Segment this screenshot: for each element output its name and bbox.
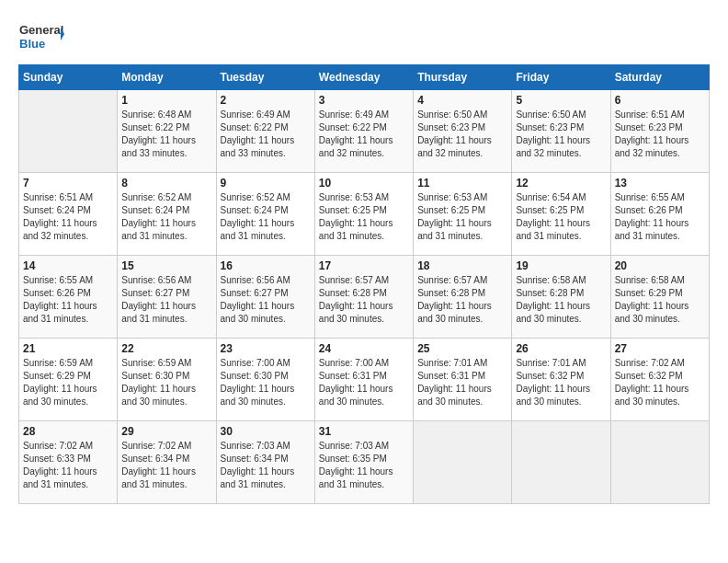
day-info: Sunrise: 6:49 AMSunset: 6:22 PMDaylight:… xyxy=(221,109,311,160)
day-info: Sunrise: 6:50 AMSunset: 6:23 PMDaylight:… xyxy=(417,109,507,160)
calendar-cell: 8Sunrise: 6:52 AMSunset: 6:24 PMDaylight… xyxy=(118,173,216,256)
day-number: 27 xyxy=(615,342,705,355)
calendar-cell: 17Sunrise: 6:57 AMSunset: 6:28 PMDayligh… xyxy=(314,256,413,339)
day-number: 4 xyxy=(417,94,507,107)
calendar-table: SundayMondayTuesdayWednesdayThursdayFrid… xyxy=(18,64,710,504)
calendar-cell: 16Sunrise: 6:56 AMSunset: 6:27 PMDayligh… xyxy=(216,256,314,339)
logo: General Blue xyxy=(18,18,64,55)
calendar-cell: 14Sunrise: 6:55 AMSunset: 6:26 PMDayligh… xyxy=(19,256,118,339)
calendar-cell: 25Sunrise: 7:01 AMSunset: 6:31 PMDayligh… xyxy=(414,339,512,421)
day-number: 6 xyxy=(615,94,705,107)
day-info: Sunrise: 6:52 AMSunset: 6:24 PMDaylight:… xyxy=(121,191,211,243)
calendar-cell: 13Sunrise: 6:55 AMSunset: 6:26 PMDayligh… xyxy=(610,173,709,256)
day-number: 30 xyxy=(221,425,311,438)
calendar-cell: 22Sunrise: 6:59 AMSunset: 6:30 PMDayligh… xyxy=(118,339,216,421)
day-info: Sunrise: 6:48 AMSunset: 6:22 PMDaylight:… xyxy=(121,109,211,160)
day-info: Sunrise: 7:03 AMSunset: 6:34 PMDaylight:… xyxy=(221,440,311,491)
calendar-cell: 28Sunrise: 7:02 AMSunset: 6:33 PMDayligh… xyxy=(19,421,118,504)
calendar-cell: 5Sunrise: 6:50 AMSunset: 6:23 PMDaylight… xyxy=(512,90,610,173)
day-info: Sunrise: 6:58 AMSunset: 6:29 PMDaylight:… xyxy=(615,274,705,326)
calendar-cell: 11Sunrise: 6:53 AMSunset: 6:25 PMDayligh… xyxy=(414,173,512,256)
day-number: 7 xyxy=(23,177,113,190)
calendar-cell xyxy=(19,90,118,173)
day-info: Sunrise: 6:51 AMSunset: 6:23 PMDaylight:… xyxy=(615,109,705,160)
calendar-cell: 30Sunrise: 7:03 AMSunset: 6:34 PMDayligh… xyxy=(216,421,314,504)
calendar-cell: 3Sunrise: 6:49 AMSunset: 6:22 PMDaylight… xyxy=(314,90,413,173)
day-number: 12 xyxy=(516,177,606,190)
calendar-cell xyxy=(610,421,709,504)
week-row-5: 28Sunrise: 7:02 AMSunset: 6:33 PMDayligh… xyxy=(19,421,710,504)
day-number: 31 xyxy=(319,425,409,438)
calendar-cell: 20Sunrise: 6:58 AMSunset: 6:29 PMDayligh… xyxy=(610,256,709,339)
day-number: 28 xyxy=(23,425,113,438)
day-info: Sunrise: 7:02 AMSunset: 6:32 PMDaylight:… xyxy=(615,357,705,408)
col-header-friday: Friday xyxy=(512,65,610,90)
calendar-cell: 24Sunrise: 7:00 AMSunset: 6:31 PMDayligh… xyxy=(314,339,413,421)
calendar-cell: 7Sunrise: 6:51 AMSunset: 6:24 PMDaylight… xyxy=(19,173,118,256)
day-info: Sunrise: 6:56 AMSunset: 6:27 PMDaylight:… xyxy=(221,274,311,326)
day-number: 18 xyxy=(417,259,507,272)
logo-svg: General Blue xyxy=(18,18,64,55)
day-info: Sunrise: 6:51 AMSunset: 6:24 PMDaylight:… xyxy=(23,191,113,243)
calendar-cell: 10Sunrise: 6:53 AMSunset: 6:25 PMDayligh… xyxy=(314,173,413,256)
svg-text:General: General xyxy=(19,23,63,37)
calendar-cell: 27Sunrise: 7:02 AMSunset: 6:32 PMDayligh… xyxy=(610,339,709,421)
calendar-cell: 2Sunrise: 6:49 AMSunset: 6:22 PMDaylight… xyxy=(216,90,314,173)
week-row-1: 1Sunrise: 6:48 AMSunset: 6:22 PMDaylight… xyxy=(19,90,710,173)
day-info: Sunrise: 6:50 AMSunset: 6:23 PMDaylight:… xyxy=(516,109,606,160)
day-info: Sunrise: 7:00 AMSunset: 6:31 PMDaylight:… xyxy=(319,357,409,408)
calendar-header-row: SundayMondayTuesdayWednesdayThursdayFrid… xyxy=(19,65,710,90)
calendar-cell: 29Sunrise: 7:02 AMSunset: 6:34 PMDayligh… xyxy=(118,421,216,504)
day-number: 10 xyxy=(319,177,409,190)
day-number: 2 xyxy=(221,94,311,107)
day-number: 3 xyxy=(319,94,409,107)
day-number: 21 xyxy=(23,342,113,355)
day-info: Sunrise: 7:02 AMSunset: 6:33 PMDaylight:… xyxy=(23,440,113,491)
calendar-cell: 6Sunrise: 6:51 AMSunset: 6:23 PMDaylight… xyxy=(610,90,709,173)
day-number: 14 xyxy=(23,259,113,272)
day-number: 15 xyxy=(121,259,211,272)
day-number: 5 xyxy=(516,94,606,107)
calendar-cell: 4Sunrise: 6:50 AMSunset: 6:23 PMDaylight… xyxy=(414,90,512,173)
day-info: Sunrise: 6:49 AMSunset: 6:22 PMDaylight:… xyxy=(319,109,409,160)
calendar-cell xyxy=(512,421,610,504)
calendar-cell: 19Sunrise: 6:58 AMSunset: 6:28 PMDayligh… xyxy=(512,256,610,339)
day-number: 17 xyxy=(319,259,409,272)
day-info: Sunrise: 7:01 AMSunset: 6:31 PMDaylight:… xyxy=(417,357,507,408)
col-header-monday: Monday xyxy=(118,65,216,90)
week-row-3: 14Sunrise: 6:55 AMSunset: 6:26 PMDayligh… xyxy=(19,256,710,339)
col-header-saturday: Saturday xyxy=(610,65,709,90)
day-number: 19 xyxy=(516,259,606,272)
day-info: Sunrise: 6:57 AMSunset: 6:28 PMDaylight:… xyxy=(319,274,409,326)
day-number: 13 xyxy=(615,177,705,190)
day-number: 29 xyxy=(121,425,211,438)
calendar-cell: 21Sunrise: 6:59 AMSunset: 6:29 PMDayligh… xyxy=(19,339,118,421)
calendar-cell: 26Sunrise: 7:01 AMSunset: 6:32 PMDayligh… xyxy=(512,339,610,421)
day-info: Sunrise: 6:52 AMSunset: 6:24 PMDaylight:… xyxy=(221,191,311,243)
day-number: 24 xyxy=(319,342,409,355)
day-number: 20 xyxy=(615,259,705,272)
day-number: 8 xyxy=(121,177,211,190)
calendar-cell: 15Sunrise: 6:56 AMSunset: 6:27 PMDayligh… xyxy=(118,256,216,339)
day-number: 22 xyxy=(121,342,211,355)
calendar-cell: 31Sunrise: 7:03 AMSunset: 6:35 PMDayligh… xyxy=(314,421,413,504)
day-info: Sunrise: 7:01 AMSunset: 6:32 PMDaylight:… xyxy=(516,357,606,408)
day-info: Sunrise: 6:57 AMSunset: 6:28 PMDaylight:… xyxy=(417,274,507,326)
day-info: Sunrise: 6:59 AMSunset: 6:29 PMDaylight:… xyxy=(23,357,113,408)
day-info: Sunrise: 6:58 AMSunset: 6:28 PMDaylight:… xyxy=(516,274,606,326)
day-info: Sunrise: 6:56 AMSunset: 6:27 PMDaylight:… xyxy=(121,274,211,326)
calendar-cell: 12Sunrise: 6:54 AMSunset: 6:25 PMDayligh… xyxy=(512,173,610,256)
calendar-cell xyxy=(414,421,512,504)
day-info: Sunrise: 7:00 AMSunset: 6:30 PMDaylight:… xyxy=(221,357,311,408)
svg-text:Blue: Blue xyxy=(19,37,45,51)
week-row-4: 21Sunrise: 6:59 AMSunset: 6:29 PMDayligh… xyxy=(19,339,710,421)
col-header-wednesday: Wednesday xyxy=(314,65,413,90)
day-number: 1 xyxy=(121,94,211,107)
day-info: Sunrise: 6:55 AMSunset: 6:26 PMDaylight:… xyxy=(23,274,113,326)
calendar-cell: 18Sunrise: 6:57 AMSunset: 6:28 PMDayligh… xyxy=(414,256,512,339)
day-info: Sunrise: 6:54 AMSunset: 6:25 PMDaylight:… xyxy=(516,191,606,243)
day-info: Sunrise: 6:55 AMSunset: 6:26 PMDaylight:… xyxy=(615,191,705,243)
day-number: 26 xyxy=(516,342,606,355)
day-number: 11 xyxy=(417,177,507,190)
week-row-2: 7Sunrise: 6:51 AMSunset: 6:24 PMDaylight… xyxy=(19,173,710,256)
